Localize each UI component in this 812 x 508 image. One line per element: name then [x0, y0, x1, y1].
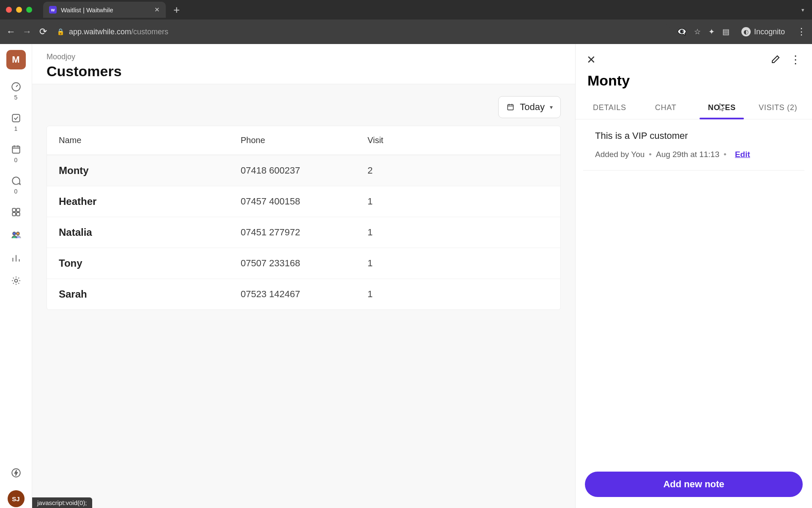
new-tab-button[interactable]: + — [169, 4, 184, 15]
cell-name: Tony — [59, 257, 241, 269]
dot-separator: • — [724, 150, 727, 159]
cell-name: Sarah — [59, 288, 241, 300]
chat-icon — [11, 175, 22, 186]
gear-icon — [11, 275, 22, 286]
back-button[interactable]: ← — [6, 26, 16, 37]
tab-details[interactable]: DETAILS — [583, 97, 636, 119]
sidebar-customers[interactable] — [11, 229, 22, 240]
cell-phone: 07523 142467 — [241, 289, 368, 300]
col-name[interactable]: Name — [59, 135, 241, 145]
sidebar-chat[interactable]: 0 — [11, 175, 22, 195]
panel-edit-button[interactable] — [771, 54, 781, 66]
sidebar-help[interactable] — [11, 467, 22, 478]
page-title: Customers — [47, 63, 561, 80]
extensions-icon[interactable]: ✦ — [708, 27, 715, 36]
tab-close-button[interactable]: ✕ — [154, 6, 160, 14]
table-row[interactable]: Tony07507 2331681 — [47, 248, 560, 279]
org-badge[interactable]: M — [6, 50, 26, 69]
svg-rect-4 — [16, 208, 20, 212]
col-visit[interactable]: Visit — [368, 135, 549, 145]
lock-icon: 🔒 — [57, 28, 65, 36]
date-filter-button[interactable]: Today ▾ — [498, 96, 561, 118]
note-date: Aug 29th at 11:13 — [656, 150, 719, 159]
status-bar: javascript:void(0); — [32, 497, 92, 508]
calendar-icon — [11, 144, 22, 155]
address-text: app.waitwhile.com/customers — [69, 28, 168, 36]
svg-point-8 — [16, 232, 19, 235]
svg-rect-5 — [12, 213, 16, 216]
user-avatar[interactable]: SJ — [8, 490, 25, 507]
svg-rect-3 — [12, 208, 16, 212]
window-minimize-button[interactable] — [16, 7, 22, 13]
panel-more-button[interactable]: ⋮ — [790, 53, 801, 66]
date-filter-label: Today — [520, 102, 545, 113]
tab-notes[interactable]: NOTES — [696, 97, 749, 119]
cell-phone: 07457 400158 — [241, 196, 368, 207]
tabs-overflow-button[interactable]: ▾ — [801, 7, 812, 13]
bar-chart-icon — [11, 252, 22, 263]
cell-phone: 07418 600237 — [241, 165, 368, 176]
incognito-label: Incognito — [754, 28, 785, 36]
cell-visit: 1 — [368, 227, 549, 238]
table-row[interactable]: Heather07457 4001581 — [47, 186, 560, 217]
side-panel-icon[interactable]: ▤ — [722, 27, 730, 36]
cell-visit: 1 — [368, 289, 549, 300]
sidebar-dashboard-count: 5 — [14, 94, 18, 101]
note-text: This is a VIP customer — [595, 130, 793, 141]
note-edit-link[interactable]: Edit — [735, 150, 750, 159]
incognito-indicator[interactable]: ◐ Incognito — [737, 25, 789, 38]
sidebar-analytics[interactable] — [11, 252, 22, 263]
browser-menu-button[interactable]: ⋮ — [797, 26, 806, 37]
table-row[interactable]: Natalia07451 2779721 — [47, 217, 560, 248]
customers-table: Name Phone Visit Monty07418 6002372Heath… — [47, 126, 561, 310]
breadcrumb: Moodjoy — [47, 52, 561, 61]
cell-name: Natalia — [59, 226, 241, 238]
window-maximize-button[interactable] — [26, 7, 32, 13]
bolt-icon — [11, 467, 22, 478]
sidebar-dashboard[interactable]: 5 — [11, 81, 22, 101]
address-bar[interactable]: 🔒 app.waitwhile.com/customers — [54, 23, 671, 40]
panel-close-button[interactable]: ✕ — [587, 53, 596, 66]
cell-name: Monty — [59, 165, 241, 177]
tab-visits[interactable]: VISITS (2) — [752, 97, 804, 119]
svg-point-10 — [12, 469, 20, 477]
pencil-icon — [771, 54, 781, 64]
table-row[interactable]: Sarah07523 1424671 — [47, 279, 560, 309]
note-author: Added by You — [595, 150, 645, 159]
cell-visit: 1 — [368, 258, 549, 269]
panel-customer-name: Monty — [576, 70, 812, 97]
eye-off-icon[interactable]: 👁‍🗨 — [677, 27, 686, 36]
tab-favicon: w — [49, 6, 57, 14]
people-icon — [11, 229, 22, 240]
cell-visit: 2 — [368, 165, 549, 176]
grid-icon — [11, 207, 22, 218]
sidebar-settings[interactable] — [11, 275, 22, 286]
checkbox-icon — [11, 113, 22, 124]
tab-title: Waitlist | Waitwhile — [61, 6, 150, 14]
cell-phone: 07451 277972 — [241, 227, 368, 238]
incognito-icon: ◐ — [741, 27, 751, 36]
customer-detail-panel: ✕ ⋮ Monty DETAILS CHAT NOTES VISITS (2) … — [575, 44, 812, 508]
sidebar-queue[interactable]: 1 — [11, 113, 22, 132]
star-icon[interactable]: ☆ — [694, 27, 701, 36]
forward-button[interactable]: → — [22, 26, 32, 37]
col-phone[interactable]: Phone — [241, 135, 368, 145]
svg-rect-1 — [12, 114, 19, 121]
sidebar-calendar[interactable]: 0 — [11, 144, 22, 163]
add-note-button[interactable]: Add new note — [585, 472, 803, 497]
cell-phone: 07507 233168 — [241, 258, 368, 269]
note-item: This is a VIP customer Added by You • Au… — [583, 119, 804, 171]
svg-rect-6 — [16, 213, 20, 216]
browser-tab[interactable]: w Waitlist | Waitwhile ✕ — [43, 2, 166, 18]
sidebar-apps[interactable] — [11, 207, 22, 218]
tab-chat[interactable]: CHAT — [639, 97, 692, 119]
reload-button[interactable]: ⟳ — [38, 26, 48, 37]
svg-rect-2 — [12, 146, 19, 153]
dot-separator: • — [649, 150, 652, 159]
sidebar-queue-count: 1 — [14, 125, 18, 132]
table-row[interactable]: Monty07418 6002372 — [47, 155, 560, 186]
svg-rect-11 — [508, 105, 513, 110]
sidebar-calendar-count: 0 — [14, 157, 18, 163]
window-close-button[interactable] — [6, 7, 12, 13]
chevron-down-icon: ▾ — [550, 104, 553, 110]
